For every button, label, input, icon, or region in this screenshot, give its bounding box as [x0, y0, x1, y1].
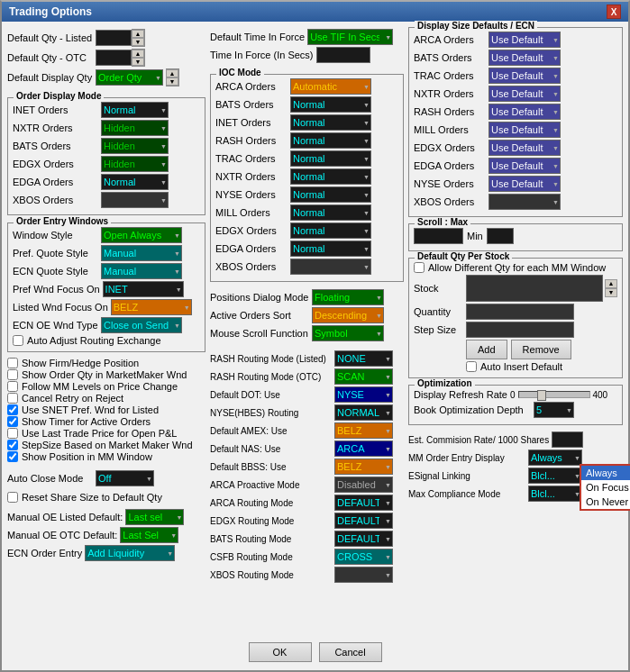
checkbox-7[interactable] [7, 440, 18, 450]
ioc-rash-select[interactable]: Normal [290, 132, 371, 149]
arca-routing-select[interactable]: DEFAULT [334, 495, 393, 511]
dropdown-item-on-never[interactable]: On Never [581, 495, 630, 509]
ds-bats-select[interactable]: Use Default [488, 50, 561, 66]
pref-wnd-focus-select[interactable]: INET [103, 281, 184, 297]
book-depth-select[interactable]: 5 [534, 402, 574, 418]
scroll-max-input[interactable]: 10000 [414, 228, 463, 244]
ds-rash-select[interactable]: Use Default [488, 104, 561, 120]
manual-oe-listed-select[interactable]: Last sel [125, 509, 184, 525]
ioc-nxtr-select[interactable]: Normal [290, 168, 371, 185]
ioc-mill-select[interactable]: Normal [290, 204, 371, 221]
checkbox-5[interactable] [7, 416, 18, 427]
spin-up[interactable]: ▲ [132, 30, 144, 38]
allow-diff-qty-checkbox[interactable] [414, 262, 425, 273]
edgx-routing-select[interactable]: DEFAULT [334, 513, 393, 529]
default-display-qty-select[interactable]: Order Qty [96, 69, 163, 86]
rash-otc-select[interactable]: SCAN [334, 368, 393, 385]
auto-adjust-checkbox[interactable] [13, 335, 23, 346]
auto-insert-checkbox[interactable] [466, 361, 477, 372]
bats-routing-select[interactable]: DEFAULT [334, 531, 393, 547]
window-style-select[interactable]: Open Always [101, 227, 182, 243]
spin-up-display[interactable]: ▲ [166, 69, 178, 77]
nxtr-orders-select[interactable]: Hidden [101, 120, 169, 136]
checkbox-2[interactable] [7, 381, 18, 392]
positions-dialog-select[interactable]: Floating [312, 289, 384, 305]
ioc-edga-select[interactable]: Normal [290, 241, 371, 257]
spin-up-otc[interactable]: ▲ [132, 50, 144, 58]
ds-trac-select[interactable]: Use Default [488, 68, 561, 84]
manual-oe-otc-select[interactable]: Last Sel [120, 527, 178, 543]
default-amex-select[interactable]: BELZ [334, 422, 393, 439]
display-refresh-slider-thumb[interactable] [537, 390, 546, 401]
rash-listed-select[interactable]: NONE [334, 350, 393, 367]
stock-listbox[interactable] [466, 275, 603, 302]
dropdown-item-on-focus[interactable]: On Focus [581, 480, 630, 495]
listed-wnd-focus-select[interactable]: BELZ [111, 299, 192, 315]
scroll-min-input[interactable]: 10 [487, 228, 514, 244]
ecn-order-entry-select[interactable]: Add Liquidity [85, 545, 175, 561]
default-nas-select[interactable]: ARCA [334, 440, 393, 457]
spin-down-otc[interactable]: ▼ [132, 58, 144, 66]
spin-down-display[interactable]: ▼ [166, 77, 178, 86]
default-bbss-select[interactable]: BELZ [334, 459, 393, 475]
ioc-bats-select[interactable]: Normal [290, 96, 371, 113]
auto-close-select[interactable]: Off [96, 470, 154, 486]
xbos-routing-select[interactable] [334, 567, 393, 583]
ds-arca-select[interactable]: Use Default [488, 32, 561, 48]
cancel-button[interactable]: Cancel [319, 642, 382, 662]
checkbox-4[interactable] [7, 404, 18, 415]
checkbox-8[interactable] [7, 451, 18, 462]
dropdown-item-always[interactable]: Always [581, 466, 630, 480]
default-dot-select[interactable]: NYSE [334, 386, 393, 403]
default-tif-select[interactable]: Use TIF In Secs [307, 29, 393, 45]
mm-order-display-select[interactable]: Always On Focus On Never [528, 450, 582, 466]
mouse-scroll-select[interactable]: Symbol [312, 325, 384, 341]
step-size-input[interactable] [466, 322, 574, 338]
inet-orders-select[interactable]: Normal [101, 102, 169, 118]
tif-secs-input[interactable]: 180 [316, 47, 370, 63]
ds-mill-select[interactable]: Use Default [488, 122, 561, 138]
spin-buttons: ▲ ▼ [132, 29, 145, 47]
close-button[interactable]: X [607, 5, 621, 19]
arca-proactive-select[interactable]: Disabled [334, 477, 393, 493]
quantity-input[interactable] [466, 304, 574, 320]
est-commission-input[interactable]: 11 [552, 431, 583, 448]
edga-orders-select[interactable]: Normal [101, 174, 169, 190]
csfb-routing-select[interactable]: CROSS [334, 549, 393, 565]
ecn-quote-style-select[interactable]: Manual [101, 263, 182, 279]
ioc-nyse-select[interactable]: Normal [290, 186, 371, 203]
reset-share-checkbox[interactable] [7, 492, 18, 503]
ds-nxtr-select[interactable]: Use Default [488, 86, 561, 102]
max-compliance-select[interactable]: Blcl... [528, 486, 582, 502]
remove-button[interactable]: Remove [511, 340, 571, 359]
scrollbar-up[interactable]: ▲ [605, 279, 617, 288]
ioc-arca-select[interactable]: Automatic [290, 78, 371, 95]
default-qty-listed-input[interactable]: 100 [96, 30, 132, 46]
checkbox-3[interactable] [7, 393, 18, 404]
active-orders-sort-select[interactable]: Descending [312, 307, 384, 323]
spin-down[interactable]: ▼ [132, 38, 144, 46]
default-qty-otc-input[interactable]: 100 [96, 50, 132, 66]
ecn-oe-wnd-type-select[interactable]: Close on Send [101, 317, 182, 333]
ds-edgx-select[interactable]: Use Default [488, 140, 561, 156]
ioc-xbos-select[interactable] [290, 259, 371, 275]
edgx-orders-select[interactable]: Hidden [101, 156, 169, 172]
ioc-inet-select[interactable]: Normal [290, 114, 371, 131]
checkbox-0[interactable] [7, 358, 18, 368]
bats-orders-select[interactable]: Hidden [101, 138, 169, 154]
checkbox-1[interactable] [7, 369, 18, 380]
add-button[interactable]: Add [466, 340, 507, 359]
esignal-select[interactable]: Blcl... [528, 468, 582, 484]
checkbox-6[interactable] [7, 428, 18, 439]
ok-button[interactable]: OK [249, 642, 312, 662]
ioc-edgx-select[interactable]: Normal [290, 222, 371, 239]
nyse-hbes-select[interactable]: NORMAL [334, 404, 393, 421]
ioc-mode-title: IOC Mode [216, 68, 264, 77]
ds-xbos-select[interactable] [488, 194, 561, 210]
ioc-trac-select[interactable]: Normal [290, 150, 371, 167]
scrollbar-down[interactable]: ▼ [605, 288, 617, 297]
pref-quote-style-select[interactable]: Manual [101, 245, 182, 261]
ds-nyse-select[interactable]: Use Default [488, 176, 561, 192]
ds-edga-select[interactable]: Use Default [488, 158, 561, 174]
xbos-orders-select[interactable] [101, 192, 169, 208]
